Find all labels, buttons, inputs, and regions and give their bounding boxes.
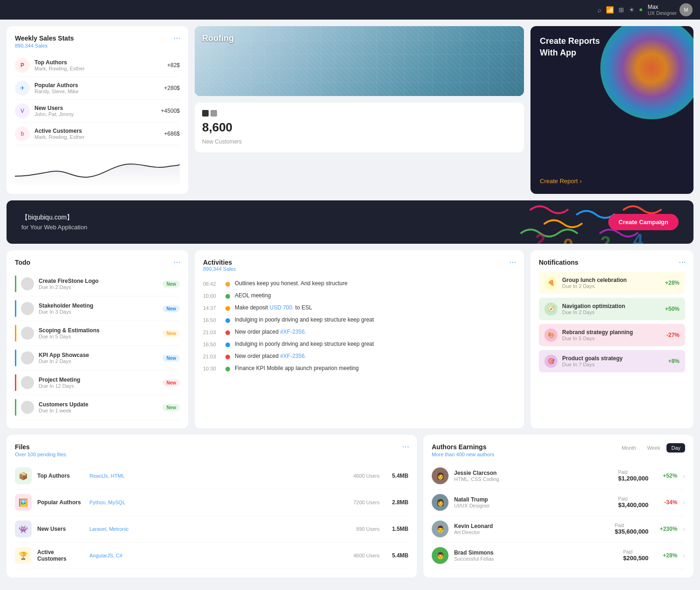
period-tab-day[interactable]: Day (666, 443, 685, 453)
period-tab-week[interactable]: Week (643, 443, 665, 453)
author-avatar-kevin: 👨 (432, 521, 449, 537)
svg-text:4: 4 (633, 230, 644, 244)
todo-item: Customers Update Due In 1 week New (15, 395, 180, 420)
notif-name: Rebrand strategy planning (562, 329, 662, 336)
todo-avatar (21, 327, 34, 340)
activity-link[interactable]: USD 700. (270, 304, 294, 311)
create-report-link[interactable]: Create Report › (540, 178, 684, 185)
author-info: Jessie Clarcson HTML, CSS Coding (454, 470, 612, 482)
stat-info: Top Authors Mark, Rowling, Esther (34, 59, 163, 71)
roofing-section: Roofing 8,600 New Customers (195, 26, 524, 194)
search-icon[interactable]: ⌕ (598, 6, 601, 14)
avatar[interactable]: M (680, 3, 693, 16)
new-customers-label: New Customers (202, 138, 517, 145)
activities-more-icon[interactable]: ⋯ (509, 258, 517, 267)
notif-info: Navigation optimization Due In 2 Days (562, 303, 660, 315)
author-amount: $200,500 (623, 555, 648, 562)
author-change: +52% (654, 473, 677, 479)
create-campaign-button[interactable]: Create Campaign (608, 214, 679, 230)
file-tech: AngularJS, C# (89, 553, 337, 558)
author-arrow-icon[interactable]: › (683, 499, 685, 506)
todo-due: Due In 1 week (39, 408, 158, 413)
signal-icon[interactable]: 📶 (606, 6, 614, 14)
activity-time: 21:03 (203, 354, 221, 359)
earnings-title: Authors Earnings (432, 443, 494, 451)
file-size: 5.4MB (385, 552, 408, 559)
notif-info: Product goals strategy Due In 7 Days (562, 355, 664, 367)
roofing-label: Roofing (202, 34, 234, 43)
author-name: Jessie Clarcson (454, 470, 612, 476)
notifications-card: Notifications ⋯ 🍕 Group lunch celebratio… (530, 250, 693, 428)
notif-icon-navigation: 🧭 (544, 302, 557, 316)
activity-text: Indulging in poorly driving and keep str… (235, 341, 516, 347)
notif-value: +8% (668, 358, 680, 364)
notification-item: 🎯 Product goals strategy Due In 7 Days +… (539, 350, 685, 372)
activity-item: 16:50 Indulging in poorly driving and ke… (203, 314, 516, 326)
activity-link[interactable]: #XF-2356. (280, 353, 306, 359)
author-paid-label: Paid (618, 496, 648, 501)
todo-info: Project Meeting Due In 12 Days (39, 377, 158, 389)
todo-color-bar (15, 275, 16, 292)
todo-info: Stakeholder Meeting Due In 3 Days (39, 302, 158, 315)
file-row: 👾 New Users Laravel, Metronic 890 Users … (15, 516, 408, 542)
stat-name: New Users (34, 105, 156, 111)
period-tab-month[interactable]: Month (617, 443, 641, 453)
author-arrow-icon[interactable]: › (683, 552, 685, 559)
notification-item: 🧭 Navigation optimization Due In 2 Days … (539, 298, 685, 320)
period-tabs: Month Week Day (617, 443, 685, 453)
file-row: 🖼️ Popular Authors Python, MySQL 7200 Us… (15, 489, 408, 516)
files-header: Files Over 100 pending files ⋯ (15, 443, 408, 457)
file-tech: ReactJs, HTML (89, 473, 337, 479)
activity-time: 16:50 (203, 317, 221, 323)
notification-item: 🎨 Rebrand strategy planning Due In 5 Day… (539, 324, 685, 346)
file-users: 890 Users (342, 526, 380, 532)
author-name: Kevin Leonard (454, 523, 609, 529)
todo-name: KPI App Showcase (39, 352, 158, 358)
author-role: HTML, CSS Coding (454, 476, 612, 482)
todo-avatar (21, 277, 34, 290)
activity-dot (225, 343, 230, 347)
activity-dot (225, 306, 230, 311)
activity-text: New order placed #XF-2356. (235, 353, 516, 359)
notif-name: Group lunch celebration (562, 277, 660, 283)
activity-text: AEOL meeting (235, 292, 516, 299)
notif-icon-rebrand: 🎨 (544, 329, 557, 342)
file-row: 📦 Top Authors ReactJs, HTML 4600 Users 5… (15, 463, 408, 489)
todo-name: Customers Update (39, 401, 158, 408)
todo-more-icon[interactable]: ⋯ (173, 258, 181, 267)
activity-text: New order placed #XF-2356. (235, 329, 516, 335)
author-role: Art Director (454, 529, 609, 535)
svg-text:2: 2 (535, 230, 545, 244)
author-row: 👨 Kevin Leonard Art Director Paid $35,60… (432, 516, 685, 542)
author-earnings: Paid $200,500 (623, 549, 648, 562)
activity-list: 08:42 Outlines keep you honest. And keep… (203, 277, 516, 374)
author-arrow-icon[interactable]: › (683, 525, 685, 533)
activity-time: 08:42 (203, 281, 221, 287)
todo-badge: New (163, 404, 180, 411)
weekly-sales-card: Weekly Sales Stats 890,344 Sales ⋯ P Top… (7, 26, 188, 194)
activity-item: 21:03 New order placed #XF-2356. (203, 350, 516, 362)
todo-name: Create FireStone Logo (39, 278, 158, 284)
activity-dot (225, 355, 230, 359)
todo-info: Create FireStone Logo Due In 2 Days (39, 278, 158, 290)
author-arrow-icon[interactable]: › (683, 472, 685, 480)
row-3: Todo ⋯ Create FireStone Logo Due In 2 Da… (7, 250, 693, 428)
stat-value: +82$ (167, 62, 180, 69)
files-more-icon[interactable]: ⋯ (402, 442, 409, 451)
notifications-more-icon[interactable]: ⋯ (679, 258, 686, 267)
activity-dot (225, 282, 230, 287)
activity-item: 10:00 AEOL meeting (203, 289, 516, 302)
file-row: 🏆 Active Customers AngularJS, C# 4600 Us… (15, 542, 408, 569)
todo-info: KPI App Showcase Due In 2 Days (39, 352, 158, 364)
notification-item: 🍕 Group lunch celebration Due In 2 Days … (539, 272, 685, 294)
todo-due: Due In 5 Days (39, 334, 158, 339)
weekly-sales-more-icon[interactable]: ⋯ (173, 34, 181, 42)
author-paid-label: Paid (615, 523, 648, 528)
activity-link[interactable]: #XF-2356. (280, 329, 306, 335)
brightness-icon[interactable]: ☀ (629, 6, 635, 14)
activity-item: 16:50 Indulging in poorly driving and ke… (203, 338, 516, 350)
activities-header: Activities 890,344 Sales ⋯ (203, 259, 516, 272)
file-size: 5.4MB (385, 473, 408, 479)
stat-icon-top-authors: P (15, 58, 30, 73)
grid-icon[interactable]: ⊞ (618, 6, 624, 14)
